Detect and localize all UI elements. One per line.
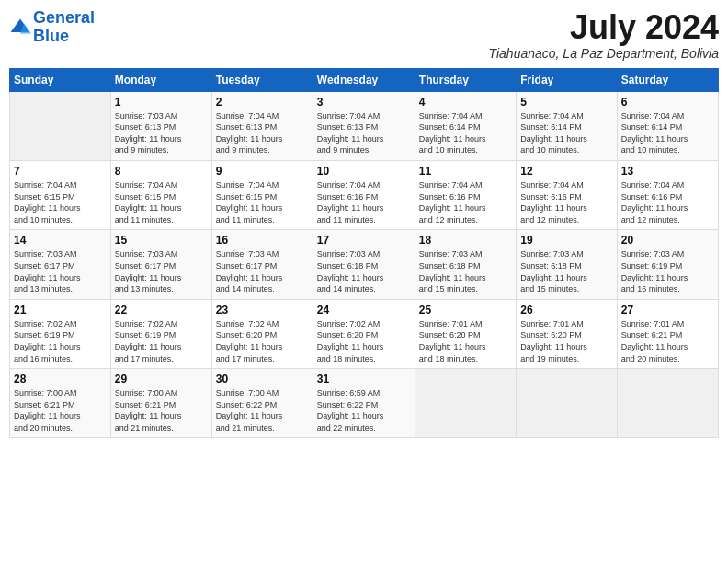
day-number: 29 bbox=[115, 373, 208, 385]
day-number: 27 bbox=[621, 304, 714, 316]
calendar-cell: 19Sunrise: 7:03 AMSunset: 6:18 PMDayligh… bbox=[517, 230, 617, 299]
calendar-table: Sunday Monday Tuesday Wednesday Thursday… bbox=[9, 68, 719, 439]
calendar-cell: 10Sunrise: 7:04 AMSunset: 6:16 PMDayligh… bbox=[313, 160, 415, 229]
calendar-cell: 22Sunrise: 7:02 AMSunset: 6:19 PMDayligh… bbox=[110, 299, 211, 368]
day-info: Sunrise: 7:03 AMSunset: 6:19 PMDaylight:… bbox=[621, 248, 714, 294]
calendar-cell bbox=[517, 369, 617, 438]
calendar-cell: 8Sunrise: 7:04 AMSunset: 6:15 PMDaylight… bbox=[110, 160, 211, 229]
day-number: 15 bbox=[115, 234, 208, 247]
calendar-cell: 31Sunrise: 6:59 AMSunset: 6:22 PMDayligh… bbox=[313, 369, 415, 438]
day-info: Sunrise: 7:04 AMSunset: 6:14 PMDaylight:… bbox=[419, 110, 512, 156]
day-info: Sunrise: 7:04 AMSunset: 6:15 PMDaylight:… bbox=[14, 179, 107, 225]
header-row: Sunday Monday Tuesday Wednesday Thursday… bbox=[10, 68, 719, 91]
calendar-cell: 2Sunrise: 7:04 AMSunset: 6:13 PMDaylight… bbox=[211, 91, 313, 160]
day-number: 23 bbox=[216, 304, 309, 316]
day-number: 16 bbox=[216, 234, 309, 247]
day-info: Sunrise: 7:00 AMSunset: 6:22 PMDaylight:… bbox=[216, 387, 309, 433]
day-info: Sunrise: 7:03 AMSunset: 6:17 PMDaylight:… bbox=[115, 248, 208, 294]
calendar-cell: 5Sunrise: 7:04 AMSunset: 6:14 PMDaylight… bbox=[517, 91, 617, 160]
calendar-cell: 27Sunrise: 7:01 AMSunset: 6:21 PMDayligh… bbox=[617, 299, 718, 368]
calendar-cell bbox=[10, 91, 111, 160]
day-number: 24 bbox=[317, 304, 411, 316]
day-info: Sunrise: 7:04 AMSunset: 6:14 PMDaylight:… bbox=[520, 110, 612, 156]
calendar-cell: 18Sunrise: 7:03 AMSunset: 6:18 PMDayligh… bbox=[415, 230, 516, 299]
day-info: Sunrise: 7:04 AMSunset: 6:16 PMDaylight:… bbox=[317, 179, 411, 225]
calendar-cell: 21Sunrise: 7:02 AMSunset: 6:19 PMDayligh… bbox=[10, 299, 111, 368]
calendar-cell: 29Sunrise: 7:00 AMSunset: 6:21 PMDayligh… bbox=[110, 369, 211, 438]
calendar-cell: 15Sunrise: 7:03 AMSunset: 6:17 PMDayligh… bbox=[110, 230, 211, 299]
day-number: 30 bbox=[216, 373, 309, 385]
logo-line1: General bbox=[33, 8, 95, 27]
day-number: 20 bbox=[621, 234, 714, 247]
location-title: Tiahuanaco, La Paz Department, Bolivia bbox=[489, 46, 719, 61]
calendar-cell: 7Sunrise: 7:04 AMSunset: 6:15 PMDaylight… bbox=[10, 160, 111, 229]
calendar-cell bbox=[415, 369, 516, 438]
calendar-cell: 26Sunrise: 7:01 AMSunset: 6:20 PMDayligh… bbox=[517, 299, 617, 368]
day-number: 14 bbox=[14, 234, 107, 247]
logo-icon bbox=[9, 17, 31, 36]
day-number: 6 bbox=[621, 96, 714, 109]
title-block: July 2024 Tiahuanaco, La Paz Department,… bbox=[489, 9, 719, 61]
calendar-header: Sunday Monday Tuesday Wednesday Thursday… bbox=[10, 68, 719, 91]
day-info: Sunrise: 7:00 AMSunset: 6:21 PMDaylight:… bbox=[14, 387, 107, 433]
calendar-cell: 30Sunrise: 7:00 AMSunset: 6:22 PMDayligh… bbox=[211, 369, 313, 438]
calendar-cell: 9Sunrise: 7:04 AMSunset: 6:15 PMDaylight… bbox=[211, 160, 313, 229]
col-tuesday: Tuesday bbox=[211, 68, 313, 91]
calendar-cell: 12Sunrise: 7:04 AMSunset: 6:16 PMDayligh… bbox=[517, 160, 617, 229]
day-info: Sunrise: 7:03 AMSunset: 6:18 PMDaylight:… bbox=[419, 248, 512, 294]
col-saturday: Saturday bbox=[617, 68, 718, 91]
day-number: 7 bbox=[14, 165, 107, 178]
day-info: Sunrise: 7:03 AMSunset: 6:18 PMDaylight:… bbox=[520, 248, 612, 294]
calendar-cell bbox=[617, 369, 718, 438]
day-info: Sunrise: 7:03 AMSunset: 6:13 PMDaylight:… bbox=[115, 110, 208, 156]
day-number: 12 bbox=[520, 165, 612, 178]
calendar-cell: 13Sunrise: 7:04 AMSunset: 6:16 PMDayligh… bbox=[617, 160, 718, 229]
day-number: 8 bbox=[115, 165, 208, 178]
day-number: 28 bbox=[14, 373, 107, 385]
day-number: 19 bbox=[520, 234, 612, 247]
logo-line2: Blue bbox=[33, 27, 69, 45]
calendar-week-2: 7Sunrise: 7:04 AMSunset: 6:15 PMDaylight… bbox=[10, 160, 719, 229]
day-info: Sunrise: 7:00 AMSunset: 6:21 PMDaylight:… bbox=[115, 387, 208, 433]
day-info: Sunrise: 7:04 AMSunset: 6:16 PMDaylight:… bbox=[419, 179, 512, 225]
day-number: 26 bbox=[520, 304, 612, 316]
calendar-body: 1Sunrise: 7:03 AMSunset: 6:13 PMDaylight… bbox=[10, 91, 719, 438]
day-info: Sunrise: 7:02 AMSunset: 6:20 PMDaylight:… bbox=[216, 318, 309, 364]
calendar-cell: 14Sunrise: 7:03 AMSunset: 6:17 PMDayligh… bbox=[10, 230, 111, 299]
day-info: Sunrise: 7:02 AMSunset: 6:20 PMDaylight:… bbox=[317, 318, 411, 364]
day-number: 17 bbox=[317, 234, 411, 247]
day-number: 10 bbox=[317, 165, 411, 178]
day-number: 25 bbox=[419, 304, 512, 316]
calendar-week-5: 28Sunrise: 7:00 AMSunset: 6:21 PMDayligh… bbox=[10, 369, 719, 438]
calendar-cell: 1Sunrise: 7:03 AMSunset: 6:13 PMDaylight… bbox=[110, 91, 211, 160]
day-info: Sunrise: 7:04 AMSunset: 6:16 PMDaylight:… bbox=[621, 179, 714, 225]
day-number: 1 bbox=[115, 96, 208, 109]
calendar-cell: 20Sunrise: 7:03 AMSunset: 6:19 PMDayligh… bbox=[617, 230, 718, 299]
day-number: 11 bbox=[419, 165, 512, 178]
day-info: Sunrise: 7:01 AMSunset: 6:20 PMDaylight:… bbox=[520, 318, 612, 364]
day-info: Sunrise: 7:04 AMSunset: 6:15 PMDaylight:… bbox=[216, 179, 309, 225]
day-number: 22 bbox=[115, 304, 208, 316]
day-info: Sunrise: 7:03 AMSunset: 6:17 PMDaylight:… bbox=[216, 248, 309, 294]
calendar-week-1: 1Sunrise: 7:03 AMSunset: 6:13 PMDaylight… bbox=[10, 91, 719, 160]
logo-text: General Blue bbox=[33, 9, 95, 46]
day-info: Sunrise: 7:04 AMSunset: 6:16 PMDaylight:… bbox=[520, 179, 612, 225]
month-title: July 2024 bbox=[489, 9, 719, 46]
col-friday: Friday bbox=[517, 68, 617, 91]
calendar-cell: 3Sunrise: 7:04 AMSunset: 6:13 PMDaylight… bbox=[313, 91, 415, 160]
day-info: Sunrise: 6:59 AMSunset: 6:22 PMDaylight:… bbox=[317, 387, 411, 433]
calendar-week-3: 14Sunrise: 7:03 AMSunset: 6:17 PMDayligh… bbox=[10, 230, 719, 299]
col-wednesday: Wednesday bbox=[313, 68, 415, 91]
day-number: 5 bbox=[520, 96, 612, 109]
day-info: Sunrise: 7:04 AMSunset: 6:15 PMDaylight:… bbox=[115, 179, 208, 225]
day-number: 9 bbox=[216, 165, 309, 178]
day-number: 3 bbox=[317, 96, 411, 109]
day-number: 21 bbox=[14, 304, 107, 316]
col-sunday: Sunday bbox=[10, 68, 111, 91]
day-number: 2 bbox=[216, 96, 309, 109]
calendar-cell: 24Sunrise: 7:02 AMSunset: 6:20 PMDayligh… bbox=[313, 299, 415, 368]
col-monday: Monday bbox=[110, 68, 211, 91]
calendar-week-4: 21Sunrise: 7:02 AMSunset: 6:19 PMDayligh… bbox=[10, 299, 719, 368]
day-info: Sunrise: 7:01 AMSunset: 6:20 PMDaylight:… bbox=[419, 318, 512, 364]
col-thursday: Thursday bbox=[415, 68, 516, 91]
